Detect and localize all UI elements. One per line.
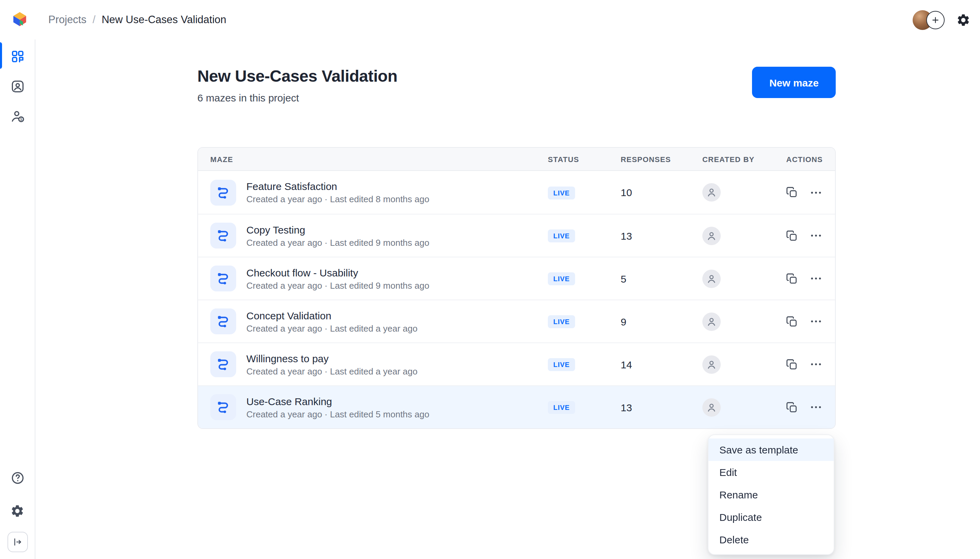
app-root: Projects / New Use-Cases Validation [0, 0, 980, 559]
maze-row[interactable]: Willingness to pay Created a year ago · … [198, 342, 835, 385]
creator-avatar[interactable] [702, 312, 721, 331]
user-icon [706, 316, 717, 327]
created-by-cell [693, 398, 783, 416]
maze-cell: Use-Case Ranking Created a year ago · La… [210, 394, 538, 420]
creator-avatar[interactable] [702, 227, 721, 245]
breadcrumb-current: New Use-Cases Validation [102, 13, 226, 26]
maze-name[interactable]: Use-Case Ranking [246, 395, 429, 407]
row-menu-button[interactable] [809, 272, 823, 285]
maze-name[interactable]: Willingness to pay [246, 352, 417, 364]
user-icon [706, 187, 717, 198]
created-by-cell [693, 312, 783, 331]
maze-name[interactable]: Copy Testing [246, 224, 429, 235]
duplicate-maze-button[interactable] [785, 229, 798, 242]
row-menu-button[interactable] [809, 314, 823, 328]
maze-flow-icon [216, 185, 231, 200]
status-badge: LIVE [548, 230, 575, 242]
row-menu-button[interactable] [809, 357, 823, 371]
maze-cell: Concept Validation Created a year ago · … [210, 308, 538, 334]
duplicate-maze-button[interactable] [785, 401, 798, 413]
status-badge: LIVE [548, 358, 575, 371]
avatar-group [912, 10, 945, 30]
projects-grid-icon [10, 49, 25, 64]
plus-icon [931, 15, 940, 25]
maze-icon-badge [210, 308, 236, 334]
reach-icon: $ [10, 109, 25, 124]
help-icon [10, 470, 25, 485]
duplicate-maze-button[interactable] [785, 186, 798, 199]
maze-text: Feature Satisfaction Created a year ago … [246, 180, 429, 204]
maze-cell: Checkout flow - Usability Created a year… [210, 266, 538, 291]
svg-text:$: $ [20, 117, 22, 121]
row-menu-button[interactable] [809, 229, 823, 242]
menu-item-edit[interactable]: Edit [708, 461, 834, 483]
sidebar-item-panel[interactable] [6, 75, 29, 98]
collapse-sidebar-icon [12, 536, 23, 547]
maze-flow-icon [216, 400, 231, 415]
copy-icon [785, 272, 798, 285]
creator-avatar[interactable] [702, 269, 721, 288]
help-button[interactable] [6, 466, 29, 490]
ellipsis-icon [809, 314, 823, 328]
ellipsis-icon [809, 357, 823, 371]
row-menu-button[interactable] [809, 400, 823, 414]
creator-avatar[interactable] [702, 183, 721, 202]
maze-row[interactable]: Concept Validation Created a year ago · … [198, 299, 835, 342]
mazes-table: MAZE STATUS RESPONSES CREATED BY ACTIONS [197, 147, 836, 429]
invite-plus-button[interactable] [926, 10, 945, 29]
maze-flow-icon [216, 357, 231, 372]
menu-item-duplicate[interactable]: Duplicate [708, 506, 834, 528]
maze-row[interactable]: Use-Case Ranking Created a year ago · La… [198, 385, 835, 428]
status-cell: LIVE [538, 400, 611, 414]
responses-cell: 5 [611, 273, 693, 284]
maze-cube-logo-icon [10, 10, 30, 30]
menu-item-rename[interactable]: Rename [708, 483, 834, 506]
maze-logo[interactable] [10, 10, 30, 30]
status-cell: LIVE [538, 314, 611, 328]
breadcrumb-separator: / [92, 13, 96, 26]
maze-row[interactable]: Checkout flow - Usability Created a year… [198, 257, 835, 299]
column-header-maze: MAZE [210, 155, 538, 163]
copy-icon [785, 229, 798, 242]
sidebar-item-projects[interactable] [6, 45, 29, 68]
status-cell: LIVE [538, 229, 611, 242]
maze-text: Use-Case Ranking Created a year ago · La… [246, 395, 429, 419]
maze-name[interactable]: Feature Satisfaction [246, 180, 429, 192]
column-header-status: STATUS [538, 155, 611, 163]
maze-icon-badge [210, 394, 236, 420]
sidebar: $ [0, 40, 35, 559]
collapse-sidebar-button[interactable] [7, 532, 28, 552]
page-subtitle: 6 mazes in this project [197, 92, 398, 104]
breadcrumb-projects[interactable]: Projects [48, 13, 86, 26]
menu-item-save-as-template[interactable]: Save as template [708, 438, 834, 461]
sidebar-item-reach[interactable]: $ [6, 105, 29, 128]
status-badge: LIVE [548, 186, 575, 199]
status-cell: LIVE [538, 272, 611, 285]
row-menu-button[interactable] [809, 185, 823, 199]
sidebar-settings-button[interactable] [6, 499, 29, 522]
status-badge: LIVE [548, 272, 575, 285]
duplicate-maze-button[interactable] [785, 315, 798, 328]
duplicate-maze-button[interactable] [785, 358, 798, 371]
maze-cell: Copy Testing Created a year ago · Last e… [210, 223, 538, 248]
maze-meta: Created a year ago · Last edited 5 month… [246, 409, 429, 419]
responses-cell: 13 [611, 230, 693, 241]
maze-name[interactable]: Checkout flow - Usability [246, 266, 429, 278]
new-maze-button[interactable]: New maze [752, 67, 836, 98]
menu-item-delete[interactable]: Delete [708, 528, 834, 551]
maze-row[interactable]: Copy Testing Created a year ago · Last e… [198, 214, 835, 257]
copy-icon [785, 186, 798, 199]
page-title: New Use-Cases Validation [197, 67, 398, 86]
workspace-settings-button[interactable] [956, 13, 970, 27]
maze-row[interactable]: Feature Satisfaction Created a year ago … [198, 171, 835, 214]
maze-icon-badge [210, 266, 236, 291]
actions-cell [783, 272, 823, 285]
creator-avatar[interactable] [702, 398, 721, 416]
maze-cell: Feature Satisfaction Created a year ago … [210, 179, 538, 205]
maze-name[interactable]: Concept Validation [246, 309, 417, 321]
duplicate-maze-button[interactable] [785, 272, 798, 285]
maze-text: Checkout flow - Usability Created a year… [246, 266, 429, 290]
creator-avatar[interactable] [702, 355, 721, 374]
actions-cell [783, 229, 823, 242]
responses-cell: 10 [611, 187, 693, 198]
